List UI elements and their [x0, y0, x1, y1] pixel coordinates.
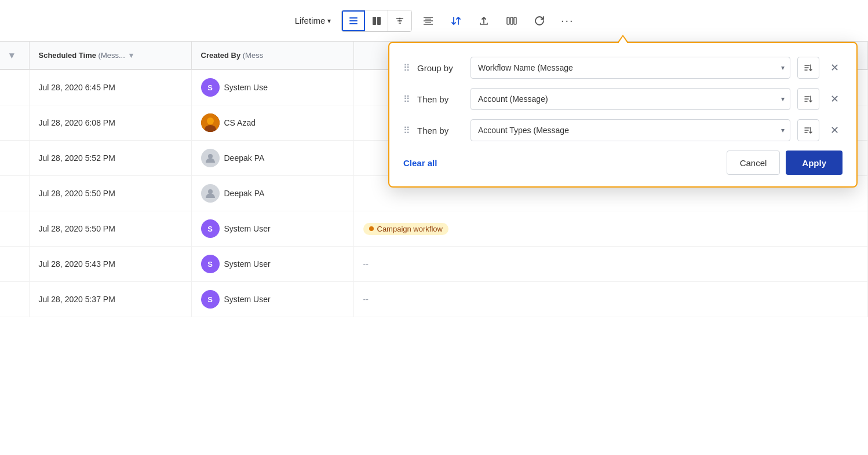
created-by-cell: S System User — [191, 211, 353, 247]
creator-name: Deepak PA — [224, 189, 265, 198]
expand-cell — [0, 247, 29, 282]
svg-rect-17 — [514, 17, 516, 24]
creator-name: System Use — [224, 83, 268, 92]
group-by-row: ⠿ Group by Workflow Name (Message Accoun… — [403, 57, 843, 79]
svg-rect-2 — [349, 23, 358, 24]
board-view-button[interactable] — [365, 10, 388, 31]
svg-rect-16 — [510, 17, 513, 24]
scheduled-time-cell: Jul 28, 2020 6:08 PM — [29, 105, 191, 141]
col-scheduled-time-header[interactable]: Scheduled Time (Mess... ▾ — [29, 42, 191, 69]
then-by-row-2: ⠿ Then by Account Types (Message Workflo… — [403, 119, 843, 141]
footer-actions: Cancel Apply — [727, 151, 843, 175]
drag-handle-group[interactable]: ⠿ — [403, 63, 410, 74]
creator-name: System User — [224, 259, 271, 269]
then-by-select-1[interactable]: Account (Message) Workflow Name (Message… — [471, 88, 790, 110]
apply-button[interactable]: Apply — [786, 151, 843, 175]
svg-point-9 — [399, 20, 401, 21]
svg-rect-3 — [373, 17, 376, 25]
avatar — [201, 184, 220, 203]
col-expand-header: ▾ — [0, 42, 29, 69]
group-button[interactable] — [417, 10, 440, 31]
scheduled-time-cell: Jul 28, 2020 5:37 PM — [29, 282, 191, 317]
export-button[interactable] — [472, 10, 495, 31]
svg-rect-1 — [349, 20, 358, 21]
svg-point-8 — [399, 17, 401, 19]
group-by-select-wrapper: Workflow Name (Message Account (Message)… — [471, 57, 790, 79]
avatar: S — [201, 219, 220, 238]
group-by-close-button[interactable]: ✕ — [826, 60, 843, 76]
chevron-down-icon: ▾ — [327, 17, 331, 25]
created-by-cell: S System User — [191, 282, 353, 317]
extra-cell: -- — [353, 247, 868, 282]
table-row: Jul 28, 2020 5:43 PM S System User -- — [0, 247, 868, 282]
created-by-cell: Deepak PA — [191, 176, 353, 211]
creator-name: CS Azad — [224, 118, 256, 127]
col-created-by-header[interactable]: Created By (Mess — [191, 42, 353, 69]
table-row: Jul 28, 2020 5:37 PM S System User -- — [0, 282, 868, 317]
cancel-button[interactable]: Cancel — [727, 151, 781, 175]
creator-name: System User — [224, 295, 271, 304]
scheduled-time-cell: Jul 28, 2020 5:50 PM — [29, 211, 191, 247]
badge-label: Campaign workflow — [377, 225, 443, 233]
expand-cell — [0, 69, 29, 105]
avatar: S — [201, 255, 220, 273]
lifetime-label: Lifetime — [295, 16, 326, 25]
then-by-row-1: ⠿ Then by Account (Message) Workflow Nam… — [403, 88, 843, 110]
then-by-sort-button-1[interactable] — [797, 88, 819, 110]
group-by-sort-button[interactable] — [797, 57, 819, 79]
created-by-sub: (Mess — [243, 51, 263, 60]
refresh-button[interactable] — [528, 10, 551, 31]
filter-view-button[interactable] — [388, 10, 411, 31]
avatar: S — [201, 78, 220, 97]
svg-point-19 — [207, 118, 214, 124]
view-toggle-group — [341, 10, 412, 32]
lifetime-selector[interactable]: Lifetime ▾ — [289, 12, 337, 29]
group-by-select[interactable]: Workflow Name (Message Account (Message)… — [471, 57, 790, 79]
dash-value: -- — [363, 259, 369, 269]
popup-footer: Clear all Cancel Apply — [403, 151, 843, 175]
creator-name: Deepak PA — [224, 153, 265, 163]
workflow-badge: Campaign workflow — [363, 223, 448, 235]
clear-all-button[interactable]: Clear all — [403, 158, 437, 168]
popup-arrow-inner — [618, 36, 628, 43]
table-row: Jul 28, 2020 5:50 PM S System User Campa… — [0, 211, 868, 247]
scheduled-time-label: Scheduled Time — [39, 51, 96, 60]
drag-handle-then1[interactable]: ⠿ — [403, 94, 410, 105]
list-view-button[interactable] — [342, 10, 365, 31]
scheduled-time-cell: Jul 28, 2020 5:52 PM — [29, 141, 191, 176]
then-by-select-2[interactable]: Account Types (Message Workflow Name (Me… — [471, 119, 790, 141]
then-by-close-button-1[interactable]: ✕ — [826, 91, 843, 107]
scheduled-time-cell: Jul 28, 2020 6:45 PM — [29, 69, 191, 105]
extra-cell: -- — [353, 282, 868, 317]
expand-cell — [0, 176, 29, 211]
then-by-close-button-2[interactable]: ✕ — [826, 122, 843, 138]
sort-button[interactable] — [444, 10, 468, 31]
toolbar: Lifetime ▾ — [0, 0, 868, 42]
svg-rect-15 — [507, 17, 509, 24]
scheduled-time-cell: Jul 28, 2020 5:43 PM — [29, 247, 191, 282]
then-by-label-2: Then by — [417, 126, 464, 135]
svg-point-22 — [208, 189, 213, 194]
created-by-cell: CS Azad — [191, 105, 353, 141]
expand-cell — [0, 105, 29, 141]
then-by-select-wrapper-2: Account Types (Message Workflow Name (Me… — [471, 119, 790, 141]
created-by-cell: Deepak PA — [191, 141, 353, 176]
then-by-label-1: Then by — [417, 94, 464, 104]
drag-handle-then2[interactable]: ⠿ — [403, 125, 410, 136]
scheduled-time-sub: (Mess... — [99, 51, 125, 60]
created-by-cell: S System User — [191, 247, 353, 282]
group-by-label: Group by — [417, 63, 464, 73]
more-button[interactable]: ··· — [556, 10, 579, 31]
sort-icon-scheduled: ▾ — [129, 51, 133, 60]
group-sort-popup: ⠿ Group by Workflow Name (Message Accoun… — [388, 42, 858, 188]
svg-rect-4 — [377, 17, 381, 25]
then-by-select-wrapper-1: Account (Message) Workflow Name (Message… — [471, 88, 790, 110]
scheduled-time-cell: Jul 28, 2020 5:50 PM — [29, 176, 191, 211]
created-by-cell: S System Use — [191, 69, 353, 105]
columns-button[interactable] — [500, 10, 523, 31]
expand-cell — [0, 282, 29, 317]
avatar — [201, 149, 220, 167]
expand-cell — [0, 211, 29, 247]
created-by-label: Created By — [201, 51, 241, 60]
then-by-sort-button-2[interactable] — [797, 119, 819, 141]
